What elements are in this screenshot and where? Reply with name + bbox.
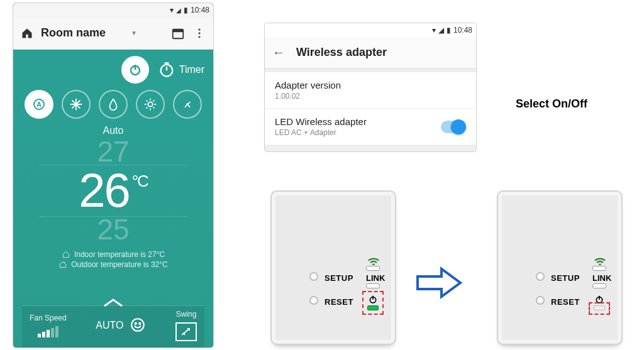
power-button[interactable] bbox=[121, 56, 149, 84]
svg-line-24 bbox=[147, 107, 148, 109]
svg-point-3 bbox=[198, 32, 200, 34]
adapter-version-row: Adapter version 1.00.02 bbox=[265, 72, 476, 109]
adapter-version-value: 1.00.02 bbox=[275, 92, 341, 101]
led-slot bbox=[366, 283, 380, 288]
back-button[interactable]: ← bbox=[272, 45, 285, 60]
svg-line-21 bbox=[147, 101, 148, 102]
home-icon[interactable] bbox=[19, 26, 35, 41]
led-adapter-label: LED Wireless adapter bbox=[275, 116, 367, 127]
svg-point-27 bbox=[135, 322, 136, 324]
page-title: Wireless adapter bbox=[296, 46, 387, 59]
setup-label: SETUP bbox=[325, 273, 353, 283]
bottom-panel: Fan Speed AUTO Swing bbox=[22, 305, 204, 347]
statusbar-time: 10:48 bbox=[453, 26, 472, 35]
statusbar: ▾ ◢ ▮ 10:48 bbox=[13, 3, 213, 17]
callout-text: Select On/Off bbox=[516, 97, 587, 111]
highlight-box bbox=[589, 302, 610, 315]
svg-point-16 bbox=[148, 102, 152, 106]
quiet-icon[interactable] bbox=[130, 317, 146, 335]
temp-main: 26 bbox=[79, 169, 130, 212]
led-adapter-row[interactable]: LED Wireless adapter LED AC + Adapter bbox=[265, 109, 476, 145]
svg-line-23 bbox=[153, 101, 155, 102]
arrow-right-icon bbox=[414, 264, 464, 304]
svg-point-4 bbox=[198, 36, 200, 38]
svg-line-22 bbox=[153, 107, 155, 109]
temp-unit: °C bbox=[132, 174, 148, 189]
led-slot bbox=[366, 266, 380, 271]
signal-icon: ◢ bbox=[176, 7, 181, 14]
reset-pinhole bbox=[309, 296, 318, 305]
section-gap bbox=[265, 145, 476, 151]
setup-pinhole bbox=[536, 272, 545, 281]
ac-main-panel: Timer A Auto 27 26 bbox=[13, 50, 213, 347]
outdoor-temp-text: Outdoor temperature is 32°C bbox=[71, 260, 168, 269]
svg-point-2 bbox=[198, 28, 200, 30]
svg-point-26 bbox=[132, 319, 145, 331]
svg-rect-1 bbox=[173, 29, 184, 32]
swing-label: Swing bbox=[176, 310, 197, 319]
app-bar: Room name ▼ bbox=[13, 17, 213, 50]
link-label: LINK bbox=[366, 273, 385, 283]
reset-label: RESET bbox=[325, 297, 353, 307]
room-title[interactable]: Room name bbox=[41, 26, 106, 40]
mode-auto-button[interactable]: A bbox=[25, 90, 53, 119]
mode-cool-button[interactable] bbox=[62, 90, 91, 119]
svg-point-28 bbox=[140, 322, 141, 324]
reset-label: RESET bbox=[551, 297, 580, 307]
overflow-menu-icon[interactable] bbox=[192, 26, 207, 41]
highlight-box bbox=[362, 291, 384, 315]
fanspeed-label: Fan Speed bbox=[30, 314, 67, 322]
link-label: LINK bbox=[592, 273, 611, 283]
signal-icon: ◢ bbox=[438, 26, 444, 35]
setup-pinhole bbox=[309, 272, 318, 281]
wifi-icon: ▾ bbox=[432, 26, 436, 35]
temperature-control[interactable]: 27 26 °C 25 bbox=[22, 139, 204, 243]
chevron-down-icon[interactable]: ▼ bbox=[131, 30, 137, 36]
app-bar: ← Wireless adapter bbox=[265, 37, 476, 68]
reset-pinhole bbox=[536, 296, 545, 305]
fanspeed-value[interactable]: AUTO bbox=[96, 320, 123, 331]
adapter-device-led-on: SETUP RESET LINK bbox=[270, 190, 396, 345]
mode-fan-button[interactable] bbox=[173, 90, 202, 119]
led-adapter-toggle[interactable] bbox=[441, 121, 466, 133]
led-slot bbox=[592, 283, 606, 288]
svg-point-7 bbox=[160, 65, 172, 77]
swing-button[interactable] bbox=[175, 322, 197, 341]
timer-button[interactable]: Timer bbox=[158, 61, 204, 79]
indoor-temp-text: Indoor temperature is 27°C bbox=[74, 250, 165, 259]
mode-heat-button[interactable] bbox=[136, 90, 165, 119]
calendar-icon[interactable] bbox=[170, 26, 186, 41]
temp-above: 27 bbox=[22, 139, 204, 165]
statusbar-time: 10:48 bbox=[191, 6, 209, 14]
timer-label: Timer bbox=[179, 64, 204, 75]
led-adapter-sub: LED AC + Adapter bbox=[275, 128, 367, 137]
wifi-icon: ▾ bbox=[170, 6, 174, 14]
svg-text:A: A bbox=[36, 101, 42, 108]
adapter-device-led-off: SETUP RESET LINK bbox=[497, 190, 623, 345]
setup-label: SETUP bbox=[551, 273, 580, 283]
mode-dry-button[interactable] bbox=[99, 90, 128, 119]
chevron-up-icon[interactable] bbox=[102, 297, 125, 311]
battery-icon: ▮ bbox=[447, 26, 451, 35]
ac-app-screen: ▾ ◢ ▮ 10:48 Room name ▼ Timer bbox=[13, 3, 214, 348]
mode-row: A bbox=[25, 90, 202, 119]
house-out-icon bbox=[58, 260, 67, 269]
fanspeed-bars-icon[interactable] bbox=[38, 326, 58, 337]
temp-info: Indoor temperature is 27°C Outdoor tempe… bbox=[22, 249, 204, 270]
house-icon bbox=[62, 250, 70, 259]
temp-below: 25 bbox=[22, 217, 204, 243]
led-slot bbox=[592, 266, 606, 271]
adapter-version-label: Adapter version bbox=[275, 80, 341, 90]
statusbar: ▾ ◢ ▮ 10:48 bbox=[265, 23, 476, 37]
wireless-adapter-screen: ▾ ◢ ▮ 10:48 ← Wireless adapter Adapter v… bbox=[264, 23, 477, 152]
battery-icon: ▮ bbox=[184, 6, 188, 14]
